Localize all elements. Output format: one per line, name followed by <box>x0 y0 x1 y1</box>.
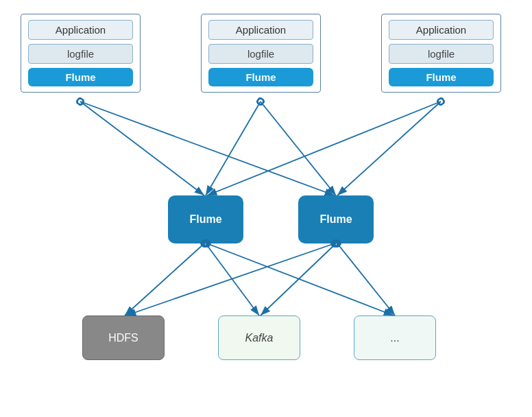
flume-mid-2: Flume <box>298 195 374 243</box>
svg-line-10 <box>207 243 394 315</box>
dest-hdfs: HDFS <box>82 315 165 360</box>
app1-logfile: logfile <box>28 44 133 64</box>
svg-line-9 <box>206 243 259 315</box>
svg-line-13 <box>337 243 395 315</box>
svg-line-6 <box>207 102 441 195</box>
app-box-3: Application logfile Flume <box>381 14 501 93</box>
svg-line-8 <box>125 243 204 315</box>
dest-kafka: Kafka <box>218 315 300 360</box>
app3-label: Application <box>389 20 494 40</box>
app3-flume: Flume <box>389 68 494 86</box>
svg-line-12 <box>261 243 336 315</box>
svg-line-4 <box>206 102 261 195</box>
app2-label: Application <box>208 20 313 40</box>
app1-label: Application <box>28 20 133 40</box>
dest-dots: ... <box>354 315 436 360</box>
diagram-container: Application logfile Flume Application lo… <box>0 0 532 417</box>
svg-line-7 <box>337 102 441 195</box>
svg-line-3 <box>80 102 335 195</box>
app-box-2: Application logfile Flume <box>201 14 321 93</box>
app-box-1: Application logfile Flume <box>21 14 141 93</box>
app2-flume: Flume <box>208 68 313 86</box>
svg-line-11 <box>126 243 335 315</box>
svg-line-5 <box>261 102 336 195</box>
flume-mid-1: Flume <box>168 195 243 243</box>
app2-logfile: logfile <box>208 44 313 64</box>
app1-flume: Flume <box>28 68 133 86</box>
app3-logfile: logfile <box>389 44 494 64</box>
svg-line-2 <box>80 102 204 195</box>
